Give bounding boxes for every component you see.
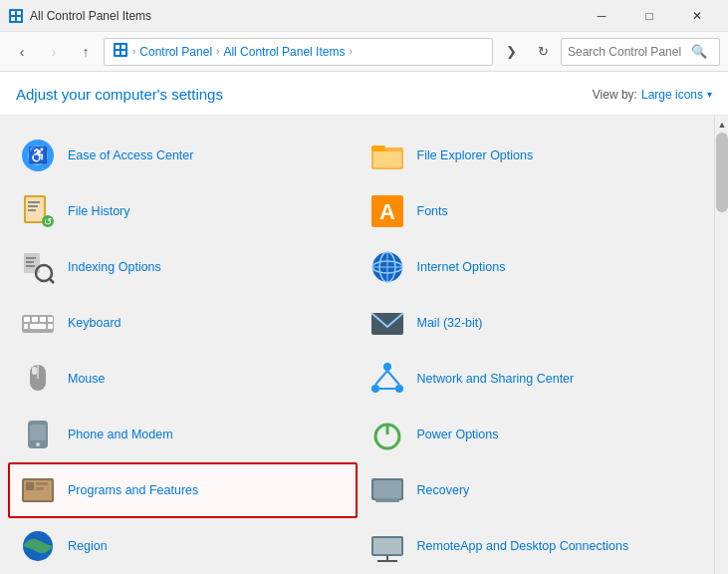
item-label-ease-of-access: Ease of Access Center — [68, 147, 193, 163]
svg-rect-3 — [11, 17, 15, 21]
grid-item-file-history[interactable]: ↺File History — [8, 183, 358, 239]
title-bar: All Control Panel Items ─ □ ✕ — [0, 0, 728, 32]
search-box[interactable]: 🔍 — [561, 38, 720, 66]
svg-rect-8 — [116, 51, 120, 55]
view-by-value[interactable]: Large icons — [641, 88, 703, 102]
keyboard-icon — [18, 303, 58, 343]
close-button[interactable]: ✕ — [674, 0, 720, 32]
phone-icon — [18, 415, 58, 454]
item-label-programs-features: Programs and Features — [68, 482, 198, 498]
search-icon: 🔍 — [691, 44, 707, 59]
svg-line-30 — [50, 279, 54, 283]
grid-item-ease-of-access[interactable]: ♿Ease of Access Center — [8, 128, 358, 183]
view-by-arrow[interactable]: ▾ — [707, 89, 712, 100]
path-separator-1: › — [132, 46, 135, 57]
recovery-icon — [367, 470, 407, 510]
grid-item-internet-options[interactable]: Internet Options — [358, 239, 707, 295]
svg-rect-28 — [26, 265, 35, 267]
svg-text:↺: ↺ — [44, 216, 52, 227]
svg-rect-15 — [373, 151, 401, 167]
address-bar: ‹ › ↑ › Control Panel › All Control Pane… — [0, 32, 728, 72]
svg-rect-19 — [28, 205, 38, 207]
svg-rect-43 — [48, 324, 53, 329]
fonts-icon: A — [367, 191, 407, 231]
svg-rect-41 — [24, 324, 28, 329]
grid-item-recovery[interactable]: Recovery — [358, 462, 707, 518]
grid-item-mouse[interactable]: Mouse — [8, 351, 358, 407]
item-label-internet-options: Internet Options — [417, 259, 506, 275]
item-label-file-explorer-options: File Explorer Options — [417, 147, 534, 163]
item-label-region: Region — [68, 538, 108, 554]
content-header: Adjust your computer's settings View by:… — [0, 72, 728, 116]
scrollbar: ▲ ▼ — [714, 116, 728, 574]
path-separator-3: › — [349, 46, 352, 57]
back-button[interactable]: ‹ — [8, 38, 36, 66]
svg-rect-6 — [116, 45, 120, 49]
items-grid: ♿Ease of Access CenterFile Explorer Opti… — [0, 116, 714, 574]
grid-item-file-explorer-options[interactable]: File Explorer Options — [358, 128, 707, 183]
item-label-power-options: Power Options — [417, 427, 499, 442]
address-path: › Control Panel › All Control Panel Item… — [104, 38, 493, 66]
item-label-phone-modem: Phone and Modem — [68, 427, 173, 442]
grid-item-region[interactable]: Region — [8, 518, 358, 574]
scroll-thumb[interactable] — [716, 133, 728, 212]
grid-item-phone-modem[interactable]: Phone and Modem — [8, 407, 358, 462]
svg-point-48 — [383, 363, 391, 371]
grid-item-mail[interactable]: Mail (32-bit) — [358, 295, 707, 351]
refresh-button[interactable]: ↻ — [529, 38, 557, 66]
maximize-button[interactable]: □ — [626, 0, 672, 32]
grid-item-fonts[interactable]: AFonts — [358, 183, 707, 239]
internet-icon — [367, 247, 407, 287]
forward-button[interactable]: › — [40, 38, 68, 66]
path-all-control-panel[interactable]: All Control Panel Items — [223, 45, 345, 59]
svg-rect-69 — [373, 538, 401, 554]
svg-rect-61 — [26, 482, 34, 490]
item-label-file-history: File History — [68, 203, 130, 219]
item-label-fonts: Fonts — [417, 203, 448, 219]
svg-rect-40 — [48, 317, 53, 322]
ease-icon: ♿ — [18, 136, 58, 175]
path-dropdown-button[interactable]: ❯ — [497, 38, 525, 66]
svg-rect-14 — [371, 145, 385, 151]
svg-rect-42 — [30, 324, 46, 329]
scroll-track[interactable] — [715, 133, 728, 574]
item-label-mail: Mail (32-bit) — [417, 315, 483, 331]
grid-item-programs-features[interactable]: Programs and Features — [8, 462, 358, 518]
svg-rect-26 — [26, 257, 36, 259]
svg-rect-2 — [17, 11, 21, 15]
item-label-keyboard: Keyboard — [68, 315, 121, 331]
svg-rect-20 — [28, 209, 36, 211]
item-label-network-sharing: Network and Sharing Center — [417, 371, 575, 387]
up-button[interactable]: ↑ — [72, 38, 100, 66]
minimize-button[interactable]: ─ — [579, 0, 624, 32]
window-title: All Control Panel Items — [30, 9, 579, 23]
svg-rect-38 — [32, 317, 38, 322]
filehistory-icon: ↺ — [18, 191, 58, 231]
svg-rect-27 — [26, 261, 34, 263]
search-input[interactable] — [568, 45, 687, 59]
mail-icon — [367, 303, 407, 343]
grid-item-network-sharing[interactable]: Network and Sharing Center — [358, 351, 707, 407]
region-icon — [18, 526, 58, 566]
svg-rect-55 — [30, 425, 46, 440]
path-separator-2: › — [216, 46, 219, 57]
svg-rect-18 — [28, 201, 40, 203]
remote-icon — [367, 526, 407, 566]
grid-item-keyboard[interactable]: Keyboard — [8, 295, 358, 351]
folder-icon — [367, 136, 407, 175]
view-by-label: View by: — [593, 88, 637, 102]
svg-line-51 — [375, 371, 387, 385]
path-icon — [113, 42, 128, 61]
svg-rect-37 — [24, 317, 30, 322]
items-area: ♿Ease of Access CenterFile Explorer Opti… — [0, 116, 728, 574]
svg-rect-71 — [377, 560, 397, 562]
power-icon — [367, 415, 407, 454]
svg-rect-4 — [17, 17, 21, 21]
scroll-up-button[interactable]: ▲ — [715, 116, 728, 133]
grid-item-indexing-options[interactable]: Indexing Options — [8, 239, 358, 295]
grid-item-remoteapp[interactable]: RemoteApp and Desktop Connections — [358, 518, 707, 574]
item-label-remoteapp: RemoteApp and Desktop Connections — [417, 538, 629, 554]
grid-item-power-options[interactable]: Power Options — [358, 407, 707, 462]
svg-line-52 — [387, 371, 399, 385]
path-control-panel[interactable]: Control Panel — [139, 45, 212, 59]
